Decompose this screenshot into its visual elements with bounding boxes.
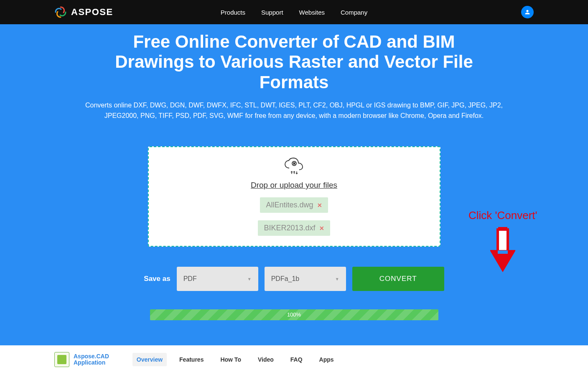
footer-tabs: Overview Features How To Video FAQ Apps — [132, 353, 338, 366]
svg-rect-4 — [498, 250, 508, 254]
footer-nav: Aspose.CAD Application Overview Features… — [0, 345, 588, 370]
tab-features[interactable]: Features — [175, 353, 208, 366]
cloud-upload-icon — [283, 157, 305, 177]
remove-file-icon[interactable]: ✕ — [319, 225, 324, 232]
progress-value: 100% — [150, 309, 438, 320]
subformat-select[interactable]: PDFa_1b ▼ — [265, 267, 346, 291]
page-title: Free Online Converter of CAD and BIM Dra… — [94, 32, 495, 92]
progress-bar: 100% — [150, 309, 438, 320]
brand-logo[interactable]: ASPOSE — [54, 6, 113, 18]
format-select[interactable]: PDF ▼ — [177, 267, 258, 291]
aspose-swirl-icon — [54, 6, 67, 18]
app-name-line1: Aspose.CAD — [74, 353, 109, 360]
tab-overview[interactable]: Overview — [132, 353, 167, 366]
uploaded-file-1: AllEntites.dwg ✕ — [260, 197, 328, 213]
file-name: BIKER2013.dxf — [264, 224, 315, 232]
app-badge[interactable]: Aspose.CAD Application — [54, 352, 109, 367]
top-nav: Products Support Websites Company — [221, 9, 367, 16]
format-value: PDF — [183, 275, 197, 283]
hero-section: Free Online Converter of CAD and BIM Dra… — [0, 24, 588, 345]
chevron-down-icon: ▼ — [247, 277, 252, 281]
drop-upload-link[interactable]: Drop or upload your files — [157, 181, 431, 190]
tab-faq[interactable]: FAQ — [286, 353, 307, 366]
nav-support[interactable]: Support — [261, 9, 283, 16]
brand-name: ASPOSE — [71, 7, 113, 18]
save-as-row: Save as PDF ▼ PDFa_1b ▼ CONVERT — [0, 267, 588, 291]
svg-rect-2 — [499, 227, 506, 254]
convert-button[interactable]: CONVERT — [352, 267, 444, 291]
upload-dropzone[interactable]: Drop or upload your files AllEntites.dwg… — [148, 146, 440, 247]
top-header: ASPOSE Products Support Websites Company — [0, 0, 588, 24]
annotation-text: Click 'Convert' — [468, 209, 537, 222]
aspose-cad-icon — [54, 352, 69, 367]
nav-products[interactable]: Products — [221, 9, 245, 16]
tab-apps[interactable]: Apps — [315, 353, 338, 366]
page-subtitle: Converts online DXF, DWG, DGN, DWF, DWFX… — [69, 100, 520, 121]
remove-file-icon[interactable]: ✕ — [317, 202, 322, 209]
user-account-button[interactable] — [521, 6, 534, 18]
chevron-down-icon: ▼ — [335, 277, 339, 281]
nav-company[interactable]: Company — [341, 9, 367, 16]
tutorial-annotation: Click 'Convert' — [468, 209, 537, 275]
file-name: AllEntites.dwg — [266, 201, 313, 209]
nav-websites[interactable]: Websites — [299, 9, 325, 16]
subformat-value: PDFa_1b — [271, 275, 300, 283]
tab-video[interactable]: Video — [254, 353, 278, 366]
uploaded-file-2: BIKER2013.dxf ✕ — [258, 220, 330, 236]
app-name-line2: Application — [74, 360, 109, 366]
user-icon — [524, 9, 531, 15]
save-as-label: Save as — [144, 275, 170, 283]
tab-howto[interactable]: How To — [216, 353, 245, 366]
